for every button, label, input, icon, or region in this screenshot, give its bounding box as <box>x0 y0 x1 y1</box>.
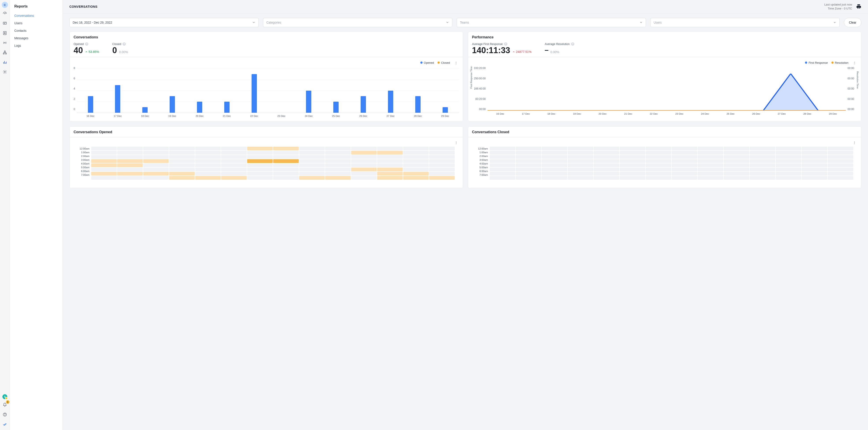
heatmap-cell <box>143 163 169 167</box>
submenu-item-messages[interactable]: Messages <box>10 34 63 42</box>
heatmap-cell <box>828 159 853 163</box>
heatmap-cell <box>490 159 515 163</box>
help-icon <box>3 412 7 417</box>
bar-chart-icon <box>3 60 7 64</box>
print-button[interactable] <box>856 4 861 9</box>
help-icon[interactable]: ? <box>85 42 88 46</box>
topbar: CONVERSATIONS Last updated just now Time… <box>63 0 868 13</box>
stat-opened: Opened? 40 53.85% <box>73 42 99 55</box>
categories-select[interactable]: Categories <box>263 18 452 27</box>
heatmap-cell <box>776 159 801 163</box>
heatmap-cell <box>143 172 169 175</box>
heatmap-cell <box>776 168 801 171</box>
submenu-item-users[interactable]: Users <box>10 20 63 27</box>
heatmap-cell <box>169 163 195 167</box>
heatmap-cell <box>325 155 351 159</box>
heatmap-cell <box>750 151 775 154</box>
help-icon[interactable]: ? <box>504 42 507 46</box>
nav-rail: C S 1 <box>0 0 10 430</box>
heatmap-cell <box>247 168 273 171</box>
chart-menu-button[interactable]: ⋮ <box>852 140 857 145</box>
heatmap-cell <box>724 159 749 163</box>
heatmap-cell <box>646 147 671 150</box>
contact-icon <box>3 31 7 35</box>
heatmap-cell <box>169 151 195 154</box>
heatmap-cell <box>195 147 221 150</box>
heatmap-cell <box>490 163 515 167</box>
help-icon[interactable]: ? <box>123 42 126 46</box>
page-title: CONVERSATIONS <box>69 5 98 8</box>
heatmap-cell <box>299 155 325 159</box>
chevron-down-icon <box>446 21 449 24</box>
date-range-select[interactable]: Dec 16, 2022 - Dec 29, 2022 <box>69 18 259 27</box>
heatmap-cell <box>542 168 567 171</box>
card-closed-title: Conversations Closed <box>472 130 858 134</box>
heatmap-cell <box>828 168 853 171</box>
heatmap-cell <box>698 176 723 180</box>
heatmap-cell <box>351 159 377 163</box>
chart-menu-button[interactable]: ⋮ <box>852 60 857 65</box>
workspace-avatar[interactable]: C <box>2 2 8 8</box>
bar <box>224 102 229 113</box>
heatmap-cell <box>403 163 429 167</box>
nav-workflows[interactable] <box>1 49 9 56</box>
heatmap-cell <box>169 155 195 159</box>
bar <box>361 96 366 113</box>
reports-submenu: Reports ConversationsUsersContactsMessag… <box>10 0 63 430</box>
heatmap-cell <box>429 151 455 154</box>
heatmap-cell <box>299 172 325 175</box>
nav-broadcast[interactable] <box>1 39 9 47</box>
teams-select[interactable]: Teams <box>457 18 646 27</box>
y-left-label: First Response Time <box>470 66 472 89</box>
heatmap-cell <box>351 151 377 154</box>
heatmap-cell <box>91 168 117 171</box>
heatmap-cell <box>594 159 619 163</box>
caret-up-icon <box>85 51 88 53</box>
heatmap-cell <box>117 159 143 163</box>
brand-icon[interactable] <box>1 420 9 428</box>
heatmap-cell <box>429 163 455 167</box>
legend-resolution: Resolution <box>831 61 848 64</box>
heatmap-cell <box>117 151 143 154</box>
card-performance-title: Performance <box>472 35 858 39</box>
heatmap-cell <box>776 147 801 150</box>
notification-badge: 1 <box>6 400 9 404</box>
heatmap-cell <box>273 151 299 154</box>
heatmap-cell <box>490 155 515 159</box>
submenu-item-logs[interactable]: Logs <box>10 42 63 49</box>
heatmap-cell <box>169 168 195 171</box>
nav-settings[interactable] <box>1 68 9 76</box>
heatmap-cell <box>195 151 221 154</box>
clear-button[interactable]: Clear <box>844 18 861 27</box>
heatmap-cell <box>117 163 143 167</box>
heatmap-cell <box>828 155 853 159</box>
heatmap-cell <box>620 159 645 163</box>
closed-value: 0 <box>112 46 117 55</box>
heatmap-cell <box>568 159 593 163</box>
nav-dashboard[interactable] <box>1 10 9 18</box>
submenu-item-conversations[interactable]: Conversations <box>10 12 63 20</box>
heatmap-cell <box>429 155 455 159</box>
heatmap-cell <box>351 147 377 150</box>
nav-reports[interactable] <box>1 58 9 66</box>
help-icon[interactable]: ? <box>571 42 574 46</box>
heatmap-closed: 12:00am1:00am2:00am3:00am4:00am5:00am6:0… <box>472 146 858 184</box>
notifications-button[interactable]: 1 <box>1 401 9 409</box>
heatmap-cell <box>802 151 827 154</box>
help-button[interactable] <box>1 410 9 419</box>
opened-delta: 53.85% <box>85 50 99 54</box>
submenu-item-contacts[interactable]: Contacts <box>10 27 63 34</box>
user-avatar[interactable]: S <box>2 394 7 399</box>
heatmap-cell <box>490 147 515 150</box>
heatmap-cell <box>542 172 567 175</box>
svg-point-3 <box>4 32 5 33</box>
heatmap-cell <box>273 176 299 180</box>
heatmap-cell <box>91 163 117 167</box>
nav-contacts[interactable] <box>1 29 9 37</box>
heatmap-cell <box>299 147 325 150</box>
chart-menu-button[interactable]: ⋮ <box>454 60 459 65</box>
chart-menu-button[interactable]: ⋮ <box>454 140 459 145</box>
users-select[interactable]: Users <box>650 18 840 27</box>
heatmap-cell <box>750 172 775 175</box>
nav-conversations[interactable] <box>1 20 9 27</box>
